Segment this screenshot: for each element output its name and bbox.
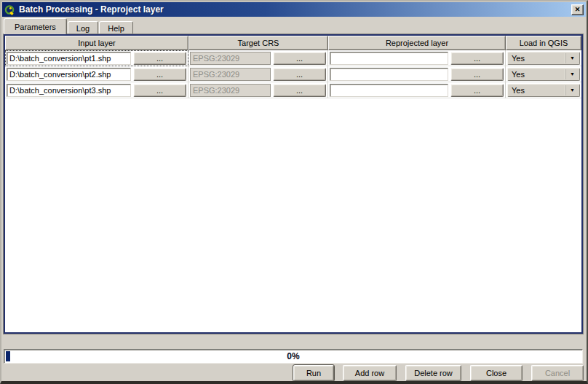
browse-output-button[interactable]: ... xyxy=(450,52,504,65)
browse-crs-button[interactable]: ... xyxy=(273,84,326,97)
cell-input-layer: ... xyxy=(5,66,188,82)
close-dialog-button[interactable]: Close xyxy=(470,365,523,381)
add-row-button[interactable]: Add row xyxy=(343,365,397,381)
cell-target-crs: ... xyxy=(188,50,328,66)
table-row: ... ... ... Yes ▼ xyxy=(5,66,581,82)
window-title: Batch Processing - Reproject layer xyxy=(19,4,164,15)
progress-bar: 0% xyxy=(4,349,583,364)
browse-output-button[interactable]: ... xyxy=(450,68,504,81)
cell-load-in-qgis: Yes ▼ xyxy=(506,82,581,98)
table-row: ... ... ... Yes ▼ xyxy=(5,50,581,66)
cell-input-layer: ... xyxy=(5,50,188,66)
cell-load-in-qgis: Yes ▼ xyxy=(506,50,581,66)
chevron-down-icon: ▼ xyxy=(565,53,579,63)
cell-input-layer: ... xyxy=(5,82,188,98)
cell-reprojected-layer: ... xyxy=(328,82,506,98)
target-crs-field xyxy=(190,84,271,97)
tab-help[interactable]: Help xyxy=(99,21,133,34)
cell-reprojected-layer: ... xyxy=(328,50,506,66)
input-layer-field[interactable] xyxy=(7,84,131,97)
tab-bar: Parameters Log Help xyxy=(4,18,134,34)
cell-reprojected-layer: ... xyxy=(328,66,506,82)
cell-load-in-qgis: Yes ▼ xyxy=(506,66,581,82)
browse-input-button[interactable]: ... xyxy=(133,52,186,65)
column-header-reprojected-layer[interactable]: Reprojected layer xyxy=(328,36,506,50)
column-header-target-crs[interactable]: Target CRS xyxy=(188,36,328,50)
target-crs-field xyxy=(190,68,271,81)
column-header-label: Target CRS xyxy=(238,39,279,47)
load-in-qgis-dropdown[interactable]: Yes ▼ xyxy=(507,52,580,65)
table-empty-area xyxy=(5,98,581,332)
target-crs-field xyxy=(190,52,271,65)
reprojected-layer-field[interactable] xyxy=(330,68,448,81)
cell-target-crs: ... xyxy=(188,66,328,82)
title-bar: Batch Processing - Reproject layer ✕ xyxy=(2,2,586,17)
input-layer-field[interactable] xyxy=(7,68,131,81)
reprojected-layer-field[interactable] xyxy=(330,52,448,65)
table-header-row: Input layer Target CRS Reprojected layer… xyxy=(5,36,581,50)
qgis-app-icon xyxy=(4,4,15,15)
tab-help-label: Help xyxy=(108,24,124,33)
browse-input-button[interactable]: ... xyxy=(133,68,186,81)
column-header-load-in-qgis[interactable]: Load in QGIS xyxy=(506,36,581,50)
dropdown-value: Yes xyxy=(512,70,565,79)
dialog-button-row: Run Add row Delete row Close Cancel xyxy=(4,365,584,381)
column-header-input-layer[interactable]: Input layer xyxy=(5,36,188,50)
batch-table: Input layer Target CRS Reprojected layer… xyxy=(4,34,583,334)
column-header-label: Load in QGIS xyxy=(520,39,568,47)
dropdown-value: Yes xyxy=(512,86,565,95)
tab-parameters[interactable]: Parameters xyxy=(4,18,67,34)
close-button[interactable]: ✕ xyxy=(571,4,584,15)
browse-crs-button[interactable]: ... xyxy=(273,68,326,81)
table-row: ... ... ... Yes ▼ xyxy=(5,82,581,98)
chevron-down-icon: ▼ xyxy=(565,69,579,79)
browse-input-button[interactable]: ... xyxy=(133,84,186,97)
tab-log-label: Log xyxy=(76,24,90,33)
tab-parameters-label: Parameters xyxy=(15,23,56,31)
load-in-qgis-dropdown[interactable]: Yes ▼ xyxy=(507,84,580,97)
column-header-label: Input layer xyxy=(78,39,115,47)
tab-log[interactable]: Log xyxy=(68,21,98,34)
cancel-button: Cancel xyxy=(531,365,584,381)
browse-output-button[interactable]: ... xyxy=(450,84,504,97)
column-header-label: Reprojected layer xyxy=(386,39,448,47)
chevron-down-icon: ▼ xyxy=(565,85,579,95)
input-layer-field[interactable] xyxy=(7,52,131,65)
cell-target-crs: ... xyxy=(188,82,328,98)
dialog-window: Batch Processing - Reproject layer ✕ Par… xyxy=(0,0,588,384)
delete-row-button[interactable]: Delete row xyxy=(405,365,461,381)
browse-crs-button[interactable]: ... xyxy=(273,52,326,65)
run-button[interactable]: Run xyxy=(293,365,334,381)
progress-label: 0% xyxy=(4,350,582,363)
close-icon: ✕ xyxy=(575,7,581,13)
load-in-qgis-dropdown[interactable]: Yes ▼ xyxy=(507,68,580,81)
reprojected-layer-field[interactable] xyxy=(330,84,448,97)
dropdown-value: Yes xyxy=(512,54,565,63)
